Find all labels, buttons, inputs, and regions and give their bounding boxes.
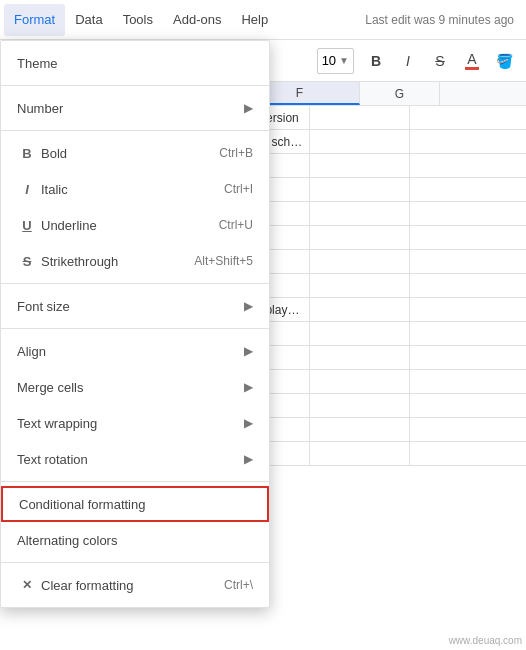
divider-2 xyxy=(1,130,269,131)
italic-icon: I xyxy=(17,182,37,197)
divider-5 xyxy=(1,481,269,482)
clear-formatting-label: Clear formatting xyxy=(41,578,224,593)
dropdown-overlay: Theme Number ▶ B Bold Ctrl+B I Italic Ct… xyxy=(0,0,526,650)
merge-cells-label: Merge cells xyxy=(17,380,244,395)
menu-item-number[interactable]: Number ▶ xyxy=(1,90,269,126)
bold-icon: B xyxy=(17,146,37,161)
divider-3 xyxy=(1,283,269,284)
alternating-colors-label: Alternating colors xyxy=(17,533,253,548)
strikethrough-icon: S xyxy=(17,254,37,269)
font-size-label: Font size xyxy=(17,299,244,314)
menu-item-bold[interactable]: B Bold Ctrl+B xyxy=(1,135,269,171)
italic-label: Italic xyxy=(41,182,224,197)
menu-item-align[interactable]: Align ▶ xyxy=(1,333,269,369)
underline-shortcut: Ctrl+U xyxy=(219,218,253,232)
menu-item-text-wrapping[interactable]: Text wrapping ▶ xyxy=(1,405,269,441)
italic-shortcut: Ctrl+I xyxy=(224,182,253,196)
bold-label: Bold xyxy=(41,146,219,161)
clear-formatting-icon: ✕ xyxy=(17,578,37,592)
menu-item-italic[interactable]: I Italic Ctrl+I xyxy=(1,171,269,207)
conditional-formatting-label: Conditional formatting xyxy=(19,497,251,512)
theme-label: Theme xyxy=(17,56,253,71)
text-wrapping-arrow: ▶ xyxy=(244,416,253,430)
menu-item-strikethrough[interactable]: S Strikethrough Alt+Shift+5 xyxy=(1,243,269,279)
format-dropdown-menu: Theme Number ▶ B Bold Ctrl+B I Italic Ct… xyxy=(0,40,270,608)
strikethrough-label: Strikethrough xyxy=(41,254,194,269)
underline-icon: U xyxy=(17,218,37,233)
menu-item-text-rotation[interactable]: Text rotation ▶ xyxy=(1,441,269,477)
align-label: Align xyxy=(17,344,244,359)
text-rotation-label: Text rotation xyxy=(17,452,244,467)
divider-1 xyxy=(1,85,269,86)
clear-formatting-shortcut: Ctrl+\ xyxy=(224,578,253,592)
menu-item-underline[interactable]: U Underline Ctrl+U xyxy=(1,207,269,243)
merge-cells-arrow: ▶ xyxy=(244,380,253,394)
bold-shortcut: Ctrl+B xyxy=(219,146,253,160)
divider-6 xyxy=(1,562,269,563)
menu-item-merge-cells[interactable]: Merge cells ▶ xyxy=(1,369,269,405)
text-rotation-arrow: ▶ xyxy=(244,452,253,466)
text-wrapping-label: Text wrapping xyxy=(17,416,244,431)
menu-item-conditional-formatting[interactable]: Conditional formatting xyxy=(1,486,269,522)
underline-label: Underline xyxy=(41,218,219,233)
strikethrough-shortcut: Alt+Shift+5 xyxy=(194,254,253,268)
number-arrow: ▶ xyxy=(244,101,253,115)
menu-item-alternating-colors[interactable]: Alternating colors xyxy=(1,522,269,558)
menu-item-theme[interactable]: Theme xyxy=(1,45,269,81)
align-arrow: ▶ xyxy=(244,344,253,358)
font-size-arrow: ▶ xyxy=(244,299,253,313)
number-label: Number xyxy=(17,101,244,116)
menu-item-clear-formatting[interactable]: ✕ Clear formatting Ctrl+\ xyxy=(1,567,269,603)
divider-4 xyxy=(1,328,269,329)
menu-item-font-size[interactable]: Font size ▶ xyxy=(1,288,269,324)
